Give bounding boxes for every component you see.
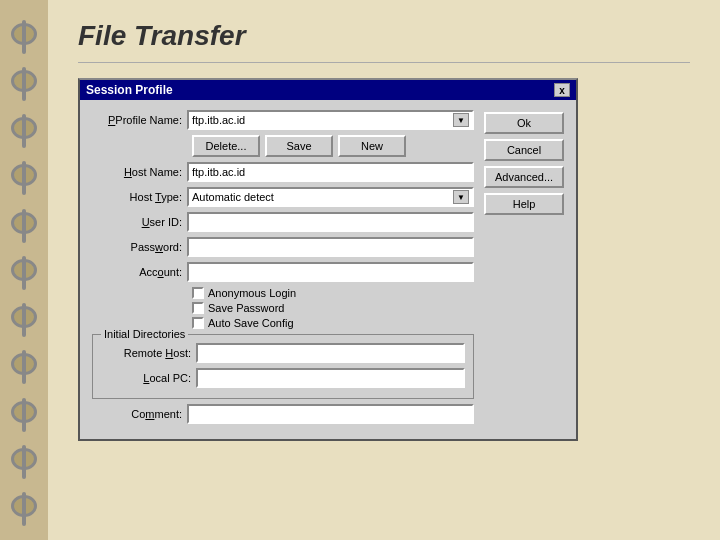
- dialog-action-buttons: Ok Cancel Advanced... Help: [484, 110, 564, 429]
- comment-row: Comment:: [92, 404, 474, 424]
- session-profile-dialog: Session Profile x PProfile Name: ftp.itb…: [78, 78, 578, 441]
- anonymous-login-row: Anonymous Login: [192, 287, 474, 299]
- spiral-3: [11, 117, 37, 139]
- dialog-close-button[interactable]: x: [554, 83, 570, 97]
- checkboxes-area: Anonymous Login Save Password Auto Save …: [192, 287, 474, 329]
- password-input[interactable]: [187, 237, 474, 257]
- spiral-7: [11, 306, 37, 328]
- profile-name-row: PProfile Name: ftp.itb.ac.id ▼: [92, 110, 474, 130]
- profile-name-arrow[interactable]: ▼: [453, 113, 469, 127]
- cancel-button[interactable]: Cancel: [484, 139, 564, 161]
- profile-name-label: PProfile Name:: [92, 114, 187, 126]
- spiral-10: [11, 448, 37, 470]
- spiral-1: [11, 23, 37, 45]
- spiral-11: [11, 495, 37, 517]
- account-input[interactable]: [187, 262, 474, 282]
- save-password-checkbox[interactable]: [192, 302, 204, 314]
- remote-host-label: Remote Host:: [101, 347, 196, 359]
- anonymous-login-checkbox[interactable]: [192, 287, 204, 299]
- host-name-input[interactable]: [187, 162, 474, 182]
- dialog-form: PProfile Name: ftp.itb.ac.id ▼ Delete...…: [92, 110, 474, 429]
- spiral-4: [11, 164, 37, 186]
- initial-directories-group: Initial Directories Remote Host: Local P…: [92, 334, 474, 399]
- new-button[interactable]: New: [338, 135, 406, 157]
- password-label: Password:: [92, 241, 187, 253]
- remote-host-row: Remote Host:: [101, 343, 465, 363]
- spiral-2: [11, 70, 37, 92]
- profile-name-value: ftp.itb.ac.id: [192, 114, 245, 126]
- page-content: File Transfer Session Profile x PProfile…: [48, 0, 720, 540]
- local-pc-label: Local PC:: [101, 372, 196, 384]
- delete-button[interactable]: Delete...: [192, 135, 260, 157]
- help-button[interactable]: Help: [484, 193, 564, 215]
- host-type-value: Automatic detect: [192, 191, 274, 203]
- spiral-8: [11, 353, 37, 375]
- notebook-binding: [0, 0, 48, 540]
- dialog-body: PProfile Name: ftp.itb.ac.id ▼ Delete...…: [80, 100, 576, 439]
- spiral-6: [11, 259, 37, 281]
- remote-host-input[interactable]: [196, 343, 465, 363]
- host-type-row: Host Type: Automatic detect ▼: [92, 187, 474, 207]
- host-name-label: Host Name:: [92, 166, 187, 178]
- local-pc-input[interactable]: [196, 368, 465, 388]
- dialog-title: Session Profile: [86, 83, 173, 97]
- host-type-arrow[interactable]: ▼: [453, 190, 469, 204]
- initial-directories-label: Initial Directories: [101, 328, 188, 340]
- save-password-label: Save Password: [208, 302, 284, 314]
- save-password-row: Save Password: [192, 302, 474, 314]
- auto-save-config-checkbox[interactable]: [192, 317, 204, 329]
- account-row: Account:: [92, 262, 474, 282]
- comment-label: Comment:: [92, 408, 187, 420]
- user-id-label: User ID:: [92, 216, 187, 228]
- auto-save-config-label: Auto Save Config: [208, 317, 294, 329]
- user-id-input[interactable]: [187, 212, 474, 232]
- profile-name-select[interactable]: ftp.itb.ac.id ▼: [187, 110, 474, 130]
- local-pc-row: Local PC:: [101, 368, 465, 388]
- host-name-row: Host Name:: [92, 162, 474, 182]
- profile-action-buttons: Delete... Save New: [192, 135, 474, 157]
- auto-save-config-row: Auto Save Config: [192, 317, 474, 329]
- user-id-row: User ID:: [92, 212, 474, 232]
- spiral-9: [11, 401, 37, 423]
- page-title: File Transfer: [78, 20, 690, 52]
- host-type-select[interactable]: Automatic detect ▼: [187, 187, 474, 207]
- anonymous-login-label: Anonymous Login: [208, 287, 296, 299]
- ok-button[interactable]: Ok: [484, 112, 564, 134]
- password-row: Password:: [92, 237, 474, 257]
- host-type-label: Host Type:: [92, 191, 187, 203]
- dialog-titlebar: Session Profile x: [80, 80, 576, 100]
- save-button[interactable]: Save: [265, 135, 333, 157]
- title-divider: [78, 62, 690, 63]
- comment-input[interactable]: [187, 404, 474, 424]
- account-label: Account:: [92, 266, 187, 278]
- advanced-button[interactable]: Advanced...: [484, 166, 564, 188]
- spiral-5: [11, 212, 37, 234]
